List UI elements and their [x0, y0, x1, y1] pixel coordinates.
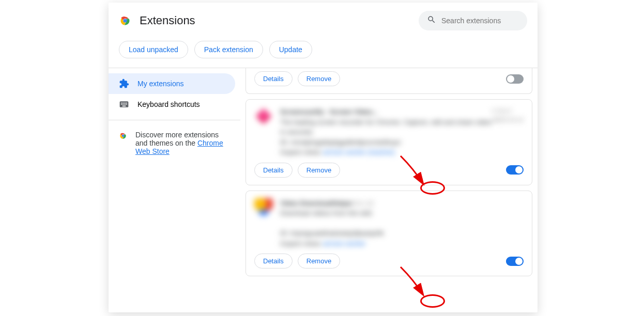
page-title: Extensions — [140, 14, 410, 27]
load-unpacked-button[interactable]: Load unpacked — [119, 41, 188, 58]
extension-icon — [119, 78, 129, 89]
sidebar: My extensions Keyboard shortcuts — [109, 68, 240, 312]
extension-icon — [254, 198, 273, 217]
details-button[interactable]: Details — [254, 163, 293, 178]
header: Extensions — [109, 3, 538, 35]
details-button[interactable]: Details — [254, 254, 293, 268]
extension-card: Video DownloadHelper 8.1.12 Download vid… — [246, 191, 532, 277]
sidebar-item-label: Keyboard shortcuts — [137, 100, 200, 108]
enable-toggle[interactable] — [506, 257, 524, 266]
extension-card: Details Remove — [246, 68, 532, 94]
update-button[interactable]: Update — [269, 41, 312, 58]
main: Details Remove Screencastify - Screen Vi… — [240, 68, 538, 312]
sidebar-divider — [109, 120, 240, 120]
enable-toggle[interactable] — [506, 165, 524, 175]
search-input[interactable] — [441, 17, 519, 25]
keyboard-icon — [119, 99, 129, 109]
content: My extensions Keyboard shortcuts — [109, 68, 538, 312]
chrome-logo-icon — [119, 14, 131, 27]
search-box[interactable] — [419, 11, 527, 30]
webstore-icon — [119, 132, 127, 140]
pack-extension-button[interactable]: Pack extension — [194, 41, 263, 58]
sidebar-discover: Discover more extensions and themes on t… — [109, 125, 240, 161]
svg-point-4 — [122, 135, 125, 137]
remove-button[interactable]: Remove — [298, 71, 340, 86]
enable-toggle[interactable] — [506, 74, 524, 84]
extension-icon — [256, 108, 272, 124]
details-button[interactable]: Details — [254, 71, 293, 86]
toolbar: Load unpacked Pack extension Update — [109, 35, 538, 68]
remove-button[interactable]: Remove — [298, 163, 340, 178]
sidebar-item-label: My extensions — [137, 80, 183, 88]
remove-button[interactable]: Remove — [298, 254, 340, 268]
sidebar-item-keyboard-shortcuts[interactable]: Keyboard shortcuts — [109, 94, 235, 115]
extensions-window: Extensions Load unpacked Pack extension … — [109, 3, 538, 312]
discover-text: Discover more extensions and themes on t… — [135, 131, 230, 155]
sidebar-item-my-extensions[interactable]: My extensions — [109, 73, 235, 94]
extension-card: Screencastify - Screen Video... 2.70.0.7… — [246, 99, 532, 185]
annotation-oval-2 — [420, 294, 445, 308]
search-icon — [427, 15, 436, 26]
